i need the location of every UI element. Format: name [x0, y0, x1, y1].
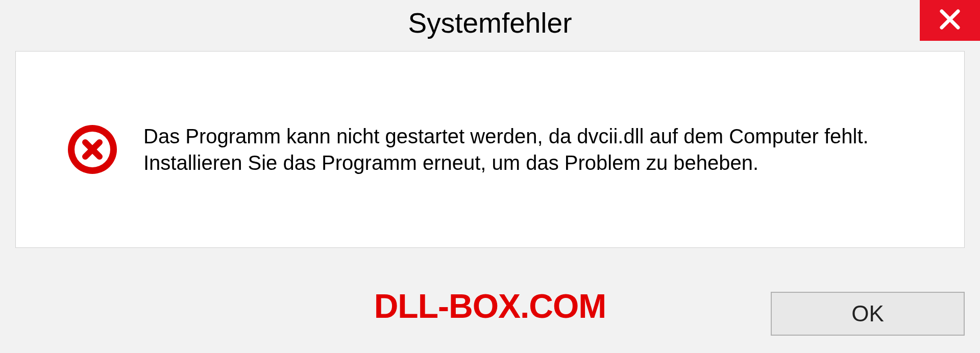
error-message: Das Programm kann nicht gestartet werden…	[143, 123, 928, 176]
close-icon	[939, 8, 961, 33]
dialog-title: Systemfehler	[408, 7, 572, 39]
titlebar: Systemfehler	[0, 0, 980, 46]
ok-button[interactable]: OK	[771, 292, 965, 336]
close-button[interactable]	[920, 0, 980, 41]
error-icon	[67, 124, 118, 175]
watermark-text: DLL-BOX.COM	[374, 287, 606, 325]
content-panel: Das Programm kann nicht gestartet werden…	[15, 51, 965, 248]
footer: DLL-BOX.COM OK	[0, 259, 980, 353]
